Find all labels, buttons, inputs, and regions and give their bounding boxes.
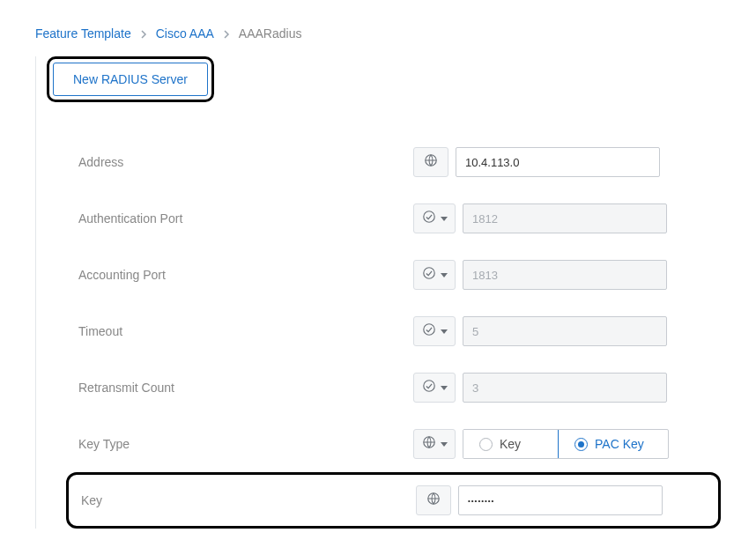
svg-point-2 [423, 268, 434, 278]
check-circle-icon [422, 322, 436, 340]
label-key-type: Key Type [78, 437, 413, 451]
label-timeout: Timeout [78, 324, 413, 338]
caret-down-icon [441, 273, 448, 277]
radio-icon [479, 438, 493, 451]
label-retransmit: Retransmit Count [78, 381, 413, 395]
breadcrumb-feature-template[interactable]: Feature Template [35, 26, 131, 41]
row-address: Address [36, 134, 721, 190]
row-key: Key [66, 472, 721, 529]
scope-button-retransmit[interactable] [413, 373, 456, 403]
breadcrumb-current: AAARadius [239, 26, 302, 41]
annotation-highlight: New RADIUS Server [47, 56, 214, 102]
svg-point-4 [423, 381, 434, 391]
scope-button-key[interactable] [416, 485, 451, 515]
row-acct-port: Accounting Port [36, 247, 721, 303]
globe-icon [422, 435, 436, 453]
row-auth-port: Authentication Port [36, 190, 721, 247]
svg-point-3 [423, 324, 434, 335]
check-circle-icon [422, 379, 436, 396]
scope-button-address[interactable] [413, 147, 448, 177]
key-type-option-key[interactable]: Key [463, 430, 559, 458]
check-circle-icon [422, 266, 436, 284]
timeout-input [463, 316, 667, 346]
caret-down-icon [441, 442, 448, 447]
check-circle-icon [422, 210, 436, 227]
chevron-right-icon [140, 26, 147, 41]
globe-icon [426, 492, 441, 509]
new-radius-server-button[interactable]: New RADIUS Server [53, 63, 208, 96]
label-key: Key [81, 493, 416, 507]
scope-button-timeout[interactable] [413, 316, 456, 346]
scope-button-auth-port[interactable] [413, 203, 456, 233]
label-acct-port: Accounting Port [78, 268, 413, 282]
key-type-radio-group: Key PAC Key [463, 429, 669, 459]
scope-button-acct-port[interactable] [413, 260, 456, 290]
retransmit-input [463, 373, 667, 403]
label-auth-port: Authentication Port [78, 211, 413, 226]
breadcrumb: Feature Template Cisco AAA AAARadius [35, 26, 721, 41]
auth-port-input [463, 203, 667, 233]
address-input[interactable] [456, 147, 660, 177]
breadcrumb-cisco-aaa[interactable]: Cisco AAA [156, 26, 214, 41]
chevron-right-icon [223, 26, 230, 41]
key-type-label-pac-key: PAC Key [595, 437, 644, 451]
caret-down-icon [441, 329, 448, 334]
acct-port-input [463, 260, 667, 290]
caret-down-icon [441, 386, 448, 390]
key-type-label-key: Key [500, 437, 521, 451]
row-key-type: Key Type Key PAC Key [36, 416, 721, 472]
caret-down-icon [441, 217, 448, 221]
key-input[interactable] [458, 485, 663, 515]
key-type-option-pac-key[interactable]: PAC Key [558, 429, 669, 459]
row-timeout: Timeout [36, 303, 721, 359]
svg-point-1 [423, 211, 434, 222]
scope-button-key-type[interactable] [413, 429, 456, 459]
label-address: Address [78, 155, 413, 169]
row-retransmit: Retransmit Count [36, 359, 721, 416]
radio-icon [574, 438, 588, 451]
globe-icon [424, 153, 438, 171]
form-container: New RADIUS Server Address Authentication… [35, 56, 721, 529]
